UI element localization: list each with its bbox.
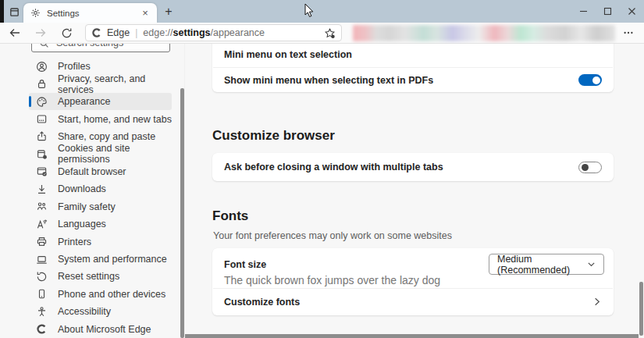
navigation-toolbar: Edge | edge://settings/appearance — [0, 23, 644, 44]
back-arrow-icon — [9, 27, 21, 39]
accessibility-icon — [36, 306, 48, 318]
fonts-note: Your font preferences may only work on s… — [213, 230, 452, 241]
sidebar-item-family-safety[interactable]: Family safety — [29, 198, 172, 215]
sidebar-item-cookies-permissions[interactable]: Cookies and site permissions — [29, 145, 172, 162]
address-bar[interactable]: Edge | edge://settings/appearance — [85, 24, 342, 41]
customize-browser-card: Ask before closing a window with multipl… — [212, 153, 614, 181]
customize-fonts-row[interactable]: Customize fonts — [212, 289, 614, 315]
search-placeholder: Search settings — [56, 44, 123, 48]
cookies-icon — [36, 148, 48, 160]
browser-window: Settings × + — [0, 0, 644, 338]
minimize-button[interactable] — [571, 0, 596, 23]
settings-search-input[interactable]: Search settings — [31, 44, 170, 52]
palette-icon — [36, 96, 48, 108]
add-favorite-button[interactable] — [324, 27, 336, 39]
settings-sidebar: Search settings Profiles Privacy, search… — [0, 44, 185, 338]
close-window-icon — [628, 7, 636, 16]
printer-icon — [36, 236, 48, 247]
section-heading-customize-browser: Customize browser — [212, 128, 335, 144]
forward-button — [33, 25, 48, 41]
tab-title: Settings — [47, 9, 139, 18]
blurred-extensions-area — [353, 25, 615, 41]
sidebar-item-system-performance[interactable]: System and performance — [29, 251, 172, 268]
laptop-icon — [36, 254, 48, 265]
chevron-down-icon — [587, 260, 596, 269]
sidebar-item-default-browser[interactable]: Default browser — [29, 163, 172, 180]
setting-row-ask-before-closing: Ask before closing a window with multipl… — [212, 153, 614, 181]
mini-menu-card: Mini menu on text selection Show mini me… — [212, 44, 614, 92]
lock-icon — [36, 78, 48, 90]
setting-row-mini-menu[interactable]: Mini menu on text selection — [212, 44, 614, 67]
setting-row-mini-menu-pdfs: Show mini menu when selecting text in PD… — [212, 68, 614, 92]
tab-actions-button[interactable] — [7, 5, 21, 19]
sidebar-item-privacy[interactable]: Privacy, search, and services — [29, 75, 172, 92]
close-window-button[interactable] — [620, 0, 644, 23]
vertical-tabs-icon — [9, 6, 20, 18]
refresh-button[interactable] — [59, 25, 74, 41]
new-tab-layout-icon — [36, 113, 48, 125]
maximize-button[interactable] — [596, 0, 620, 23]
settings-gear-icon — [30, 8, 41, 19]
sidebar-item-languages[interactable]: Languages — [29, 215, 172, 233]
content-vertical-scrollbar[interactable] — [639, 282, 643, 336]
font-size-label: Font size — [224, 259, 266, 270]
ellipsis-icon — [623, 27, 634, 38]
new-tab-button[interactable]: + — [161, 5, 176, 19]
sidebar-item-about-edge[interactable]: About Microsoft Edge — [29, 321, 172, 338]
setting-row-font-size: Font size The quick brown fox jumps over… — [212, 248, 614, 288]
tab-bar: Settings × + — [0, 0, 644, 23]
edge-logo-icon — [36, 323, 48, 335]
sidebar-item-accessibility[interactable]: Accessibility — [29, 303, 172, 320]
phone-icon — [36, 288, 48, 300]
font-preview-text: The quick brown fox jumps over the lazy … — [224, 274, 602, 286]
sidebar-item-start-home-tabs[interactable]: Start, home, and new tabs — [29, 110, 172, 127]
site-brand-label: Edge — [107, 27, 130, 38]
font-size-value: Medium (Recommended) — [497, 254, 587, 276]
sidebar-scrollbar[interactable] — [180, 88, 184, 338]
family-icon — [36, 201, 48, 212]
sidebar-item-reset-settings[interactable]: Reset settings — [29, 268, 172, 285]
download-icon — [36, 183, 48, 195]
fonts-card: Font size The quick brown fox jumps over… — [212, 248, 614, 315]
sidebar-item-printers[interactable]: Printers — [29, 233, 172, 250]
toggle-mini-menu-pdfs[interactable] — [578, 74, 602, 86]
maximize-icon — [603, 7, 612, 16]
toggle-ask-before-closing[interactable] — [578, 162, 602, 173]
tab-settings[interactable]: Settings × — [23, 3, 157, 23]
sidebar-item-appearance[interactable]: Appearance — [29, 93, 172, 110]
close-tab-icon[interactable]: × — [139, 7, 151, 20]
url-separator: | — [135, 27, 137, 38]
edge-logo-icon — [91, 27, 102, 38]
share-icon — [36, 130, 48, 142]
back-button[interactable] — [7, 25, 23, 41]
window-edge — [0, 0, 4, 23]
minimize-icon — [579, 7, 588, 16]
browser-check-icon — [36, 165, 48, 177]
settings-and-more-button[interactable] — [620, 25, 637, 41]
chevron-right-icon — [592, 297, 602, 307]
forward-arrow-icon — [34, 27, 47, 39]
settings-content: Mini menu on text selection Show mini me… — [185, 44, 644, 338]
font-size-dropdown[interactable]: Medium (Recommended) — [489, 254, 604, 275]
url-text[interactable]: edge://settings/appearance — [143, 27, 265, 38]
profile-icon — [36, 61, 48, 73]
refresh-icon — [61, 27, 73, 39]
settings-nav: Profiles Privacy, search, and services A… — [0, 58, 184, 338]
languages-icon — [36, 219, 48, 230]
content-horizontal-scrollbar[interactable] — [185, 334, 639, 338]
sidebar-item-downloads[interactable]: Downloads — [29, 180, 172, 197]
search-icon — [39, 44, 49, 48]
reset-icon — [36, 271, 48, 283]
window-controls — [571, 0, 644, 23]
sidebar-item-phone-devices[interactable]: Phone and other devices — [29, 286, 172, 303]
section-heading-fonts: Fonts — [212, 208, 248, 224]
